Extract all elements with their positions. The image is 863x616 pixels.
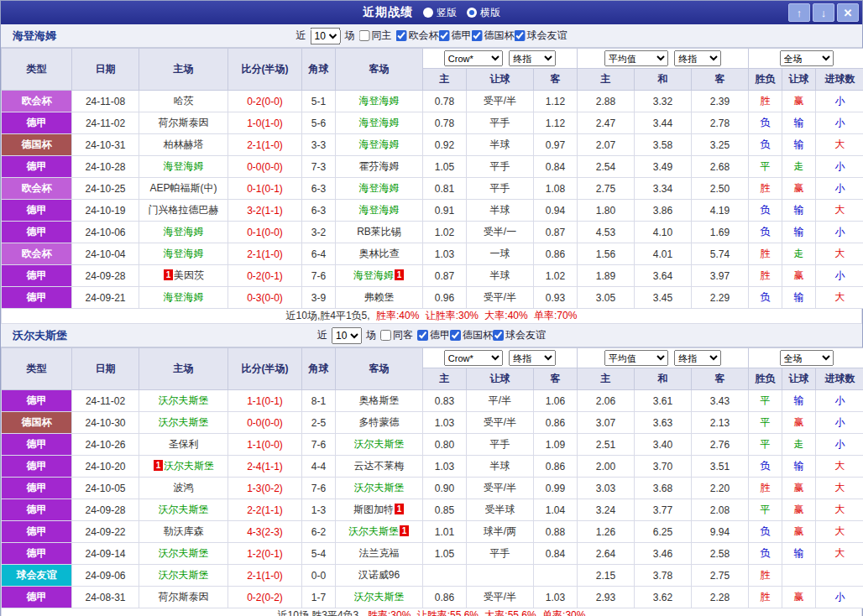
scope-select[interactable]: 全场 [780, 50, 834, 66]
score-cell: 0-1(0-0) [228, 222, 302, 243]
asia-handicap-cell [467, 565, 534, 587]
away-team-cell: 沃尔夫斯堡 [336, 587, 423, 608]
move-up-button[interactable]: ↑ [788, 3, 810, 22]
home-team-cell: 海登海姆 [139, 287, 228, 309]
asia-home-odds-cell: 0.90 [423, 478, 467, 499]
team-section-2: 沃尔夫斯堡 近 10 场 同客 德甲德国杯球会友谊 类型 [1, 324, 862, 616]
recent-count-select[interactable]: 10 [332, 327, 362, 344]
red-card-badge: 1 [400, 525, 409, 536]
league-checkbox-option[interactable]: 德国杯 [472, 29, 515, 43]
same-venue-option[interactable]: 同客 [380, 328, 413, 342]
match-row: 德国杯24-10-30沃尔夫斯堡0-0(0-0)2-5多特蒙德1.03受平/半0… [2, 412, 863, 434]
col-header-result: 胜负 [749, 69, 782, 91]
asia-away-odds-cell: 1.08 [534, 178, 578, 200]
topbar-center: 近期战绩 竖版 横版 [363, 5, 500, 20]
goals-result-cell: 小 [816, 222, 863, 243]
corner-cell: 4-4 [302, 456, 336, 478]
euro-home-odds-cell: 2.75 [578, 178, 635, 200]
league-type-cell: 欧会杯 [2, 91, 72, 112]
team-name-text: 弗赖堡 [364, 291, 395, 303]
final-index-select[interactable]: 终指 [509, 50, 556, 66]
league-checkbox-option[interactable]: 球会友谊 [515, 29, 567, 43]
red-card-badge: 1 [395, 269, 404, 280]
euro-home-odds-cell: 2.64 [578, 543, 635, 565]
league-checkbox-option[interactable]: 球会友谊 [493, 328, 546, 342]
euro-draw-odds-cell: 3.70 [635, 456, 692, 478]
average-select[interactable]: 平均值 [604, 50, 668, 66]
asia-away-odds-cell: 0.86 [534, 243, 578, 265]
radio-dot-icon [423, 8, 433, 18]
away-team-cell: 弗赖堡 [336, 287, 423, 309]
filter-controls: 近 10 场 同主 欧会杯德甲德国杯球会友谊 [296, 28, 567, 44]
asia-handicap-cell: 受平/半 [467, 91, 534, 112]
same-venue-checkbox[interactable] [359, 30, 370, 41]
layout-radio-horizontal[interactable]: 横版 [467, 6, 500, 20]
league-checkbox-option[interactable]: 德国杯 [450, 328, 493, 342]
average-select[interactable]: 平均值 [604, 350, 668, 366]
team-name-text: 沃尔夫斯堡 [159, 504, 209, 515]
league-type-cell: 德国杯 [2, 412, 72, 434]
col-header-euro-away: 客 [692, 69, 749, 91]
date-cell: 24-11-02 [72, 112, 139, 134]
euro-odds-selects: 平均值 终指 [578, 348, 749, 368]
asia-home-odds-cell: 0.80 [423, 434, 467, 456]
league-checkbox[interactable] [450, 330, 461, 341]
odds-source-select[interactable]: Crow* [444, 350, 503, 366]
team-name-text: 海登海姆 [164, 291, 204, 303]
final-index-select[interactable]: 终指 [509, 350, 556, 366]
home-team-cell: 1沃尔夫斯堡 [139, 456, 228, 478]
home-team-cell: 圣保利 [139, 434, 228, 456]
match-row: 欧会杯24-10-25AEP帕福斯(中)0-1(0-1)6-3海登海姆0.81平… [2, 178, 863, 200]
away-team-cell: 沃尔夫斯堡1 [336, 521, 423, 543]
scope-select[interactable]: 全场 [780, 350, 834, 366]
same-venue-checkbox[interactable] [380, 330, 391, 341]
league-checkbox-option[interactable]: 德甲 [439, 29, 472, 43]
asia-away-odds-cell: 0.93 [534, 287, 578, 309]
asia-home-odds-cell: 1.02 [423, 222, 467, 243]
recent-count-select[interactable]: 10 [311, 28, 341, 44]
layout-radio-vertical[interactable]: 竖版 [423, 6, 457, 20]
euro-home-odds-cell: 1.26 [578, 521, 635, 543]
team-name-text: 奥林比查 [359, 248, 400, 259]
asia-away-odds-cell: 0.84 [534, 156, 578, 178]
same-venue-option[interactable]: 同主 [359, 29, 392, 43]
corner-cell: 6-3 [302, 178, 336, 200]
league-checkbox[interactable] [472, 30, 483, 41]
league-checkbox-option[interactable]: 德甲 [417, 328, 450, 342]
score-cell: 2-1(1-0) [228, 565, 302, 587]
handicap-result-cell: 输 [782, 200, 816, 222]
up-arrow-icon: ↑ [797, 7, 803, 19]
team-name-text: 哈茨 [174, 95, 194, 107]
home-team-cell: 海登海姆 [139, 243, 228, 265]
league-checkbox-label: 德国杯 [463, 328, 493, 342]
odds-source-select[interactable]: Crow* [444, 50, 503, 66]
league-type-cell: 德甲 [2, 112, 72, 134]
close-button[interactable]: ✕ [837, 3, 859, 22]
result-cell: 平 [749, 156, 782, 178]
home-team-cell: 沃尔夫斯堡 [139, 543, 228, 565]
result-cell: 胜 [749, 587, 782, 608]
league-checkbox[interactable] [515, 30, 526, 41]
date-cell: 24-10-06 [72, 222, 139, 243]
final-index-select[interactable]: 终指 [674, 50, 721, 66]
euro-draw-odds-cell: 3.68 [635, 478, 692, 499]
handicap-result-cell: 赢 [782, 499, 816, 521]
matches-table: 类型 日期 主场 比分(半场) 角球 客场 Crow* 终指 平均值 终指 [1, 347, 863, 608]
move-down-button[interactable]: ↓ [813, 3, 834, 22]
score-cell: 1-2(0-1) [228, 543, 302, 565]
euro-home-odds-cell: 3.03 [578, 478, 635, 499]
league-checkbox[interactable] [439, 30, 450, 41]
goals-result-cell: 小 [816, 265, 863, 287]
league-checkbox-option[interactable]: 欧会杯 [396, 29, 439, 43]
league-checkbox[interactable] [396, 30, 407, 41]
section-bar: 海登海姆 近 10 场 同主 欧会杯德甲德国杯球会友谊 [1, 24, 862, 48]
asia-home-odds-cell [423, 565, 467, 587]
handicap-result-cell: 赢 [782, 265, 816, 287]
summary-segment: 大率:55.6% [482, 609, 536, 616]
corner-cell: 6-4 [302, 243, 336, 265]
date-cell: 24-09-21 [72, 287, 139, 309]
euro-away-odds-cell: 2.68 [692, 156, 749, 178]
league-checkbox[interactable] [493, 330, 504, 341]
final-index-select[interactable]: 终指 [674, 350, 721, 366]
league-checkbox[interactable] [417, 330, 428, 341]
